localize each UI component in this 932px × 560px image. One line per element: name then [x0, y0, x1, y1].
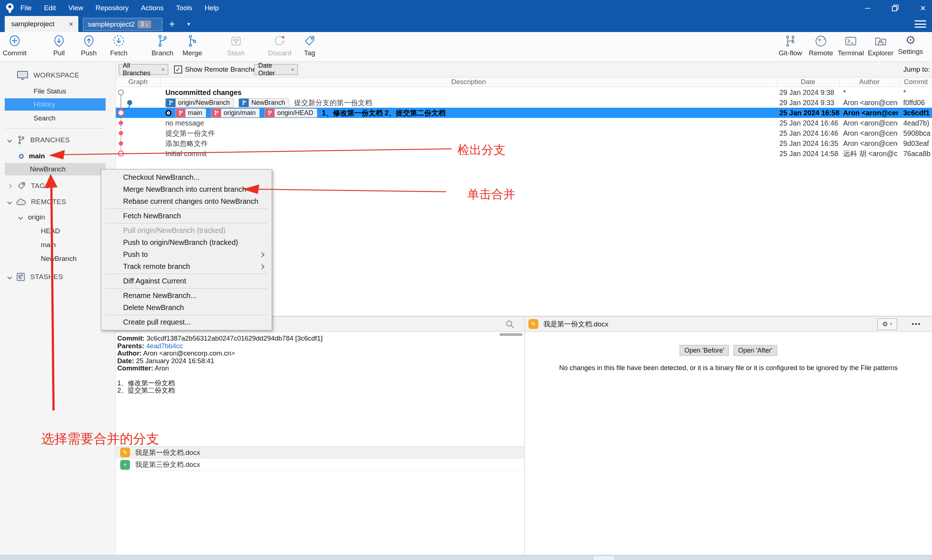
- menu-separator: [106, 315, 267, 315]
- close-button[interactable]: ×: [917, 3, 928, 14]
- tag-button[interactable]: Tag: [292, 34, 327, 60]
- merge-button[interactable]: Merge: [175, 34, 210, 60]
- menu-item-rebase[interactable]: Rebase current changes onto NewBranch: [102, 195, 271, 208]
- menu-item-track-remote[interactable]: Track remote branch: [102, 260, 271, 272]
- history-row-newbranch-tip[interactable]: origin/NewBranch NewBranch 提交新分支的第一份文档 2…: [116, 97, 932, 108]
- branch-filter-dropdown[interactable]: All Branches˅: [119, 64, 168, 75]
- more-options-button[interactable]: •••: [912, 318, 921, 330]
- pull-count-badge: 3 ↓: [138, 20, 151, 28]
- column-header-commit[interactable]: Commit: [900, 78, 932, 86]
- tab-label: sampleproject: [11, 20, 54, 28]
- history-row[interactable]: no message 25 Jan 2024 16:46 Aron <aron@…: [116, 118, 932, 128]
- ref-chip-origin-head[interactable]: origin/HEAD: [264, 108, 317, 117]
- git-flow-icon: [784, 34, 797, 48]
- sidebar-remote-head[interactable]: HEAD: [0, 226, 116, 237]
- hamburger-menu-icon[interactable]: [914, 19, 927, 29]
- parent-commit-link[interactable]: 4ead7bb4cc: [146, 342, 183, 350]
- sidebar: WORKSPACE File Status History Search BRA…: [0, 62, 116, 555]
- diff-file-title: 我是第一份文档.docx: [543, 320, 608, 329]
- sidebar-branch-main[interactable]: main: [0, 151, 116, 162]
- sidebar-item-file-status[interactable]: File Status: [0, 86, 116, 97]
- sidebar-remote-newbranch[interactable]: NewBranch: [0, 253, 116, 264]
- menu-edit[interactable]: Edit: [44, 4, 56, 12]
- sidebar-branch-newbranch[interactable]: NewBranch: [0, 164, 116, 175]
- menu-item-fetch[interactable]: Fetch NewBranch: [102, 210, 271, 222]
- file-list-item-modified[interactable]: ✎ 我是第一份文档.docx: [116, 446, 524, 458]
- explorer-folder-icon: [874, 34, 887, 48]
- column-header-author[interactable]: Author: [839, 78, 900, 86]
- sidebar-section-branches[interactable]: BRANCHES: [0, 135, 116, 146]
- submenu-chevron-icon: [259, 264, 264, 269]
- tab-sampleproject2[interactable]: sampleproject2 3 ↓: [83, 18, 162, 31]
- history-row[interactable]: 提交第一份文件 25 Jan 2024 16:46 Aron <aron@cen…: [116, 128, 932, 138]
- tab-sampleproject[interactable]: sampleproject ×: [5, 16, 78, 32]
- menu-file[interactable]: File: [20, 4, 32, 12]
- menu-view[interactable]: View: [68, 4, 83, 12]
- horizontal-scrollbar[interactable]: [500, 333, 522, 336]
- menu-tools[interactable]: Tools: [176, 4, 192, 12]
- menu-item-delete[interactable]: Delete NewBranch: [102, 302, 271, 314]
- sidebar-item-search[interactable]: Search: [0, 113, 116, 124]
- show-remote-checkbox[interactable]: ✓: [174, 66, 182, 74]
- open-before-button[interactable]: Open 'Before': [680, 345, 729, 356]
- diff-options-button[interactable]: ⚙ ˅: [877, 318, 897, 330]
- commit-details-pane: Commit: 3c6cdf1387a2b56312ab0247c01629dd…: [116, 317, 525, 555]
- restore-button[interactable]: [890, 3, 901, 14]
- jump-to-label: Jump to:: [903, 66, 930, 74]
- sidebar-section-stashes[interactable]: STASHES: [0, 271, 116, 282]
- chevron-down-icon: ˅: [890, 322, 892, 327]
- git-flow-button[interactable]: Git-flow: [773, 34, 808, 60]
- sort-order-dropdown[interactable]: Date Order˅: [254, 64, 298, 75]
- column-header-graph[interactable]: Graph: [116, 78, 160, 86]
- search-icon[interactable]: [506, 320, 514, 329]
- remote-globe-icon: [814, 34, 828, 48]
- sidebar-remote-origin[interactable]: origin: [0, 212, 116, 223]
- ref-chip-origin-main[interactable]: origin/main: [211, 108, 260, 117]
- diff-open-buttons: Open 'Before' Open 'After': [525, 345, 932, 356]
- chevron-down-icon: [7, 200, 12, 205]
- sidebar-item-history[interactable]: History: [0, 99, 116, 110]
- menu-item-create-pull-request[interactable]: Create pull request...: [102, 316, 271, 328]
- new-tab-button[interactable]: +: [166, 18, 178, 30]
- menu-item-rename[interactable]: Rename NewBranch...: [102, 290, 271, 302]
- ref-chip-newbranch[interactable]: NewBranch: [239, 98, 289, 107]
- menu-item-merge[interactable]: Merge NewBranch into current branch: [102, 183, 271, 195]
- commit-button[interactable]: Commit: [0, 34, 32, 60]
- sidebar-section-remotes[interactable]: REMOTES: [0, 197, 116, 208]
- annotation-select-branch: 选择需要合并的分支: [41, 430, 159, 448]
- file-list-item-added[interactable]: + 我是第三份文档.docx: [116, 459, 524, 471]
- history-row-selected-main[interactable]: main origin/main origin/HEAD 1、修改第一份文档 2…: [116, 108, 932, 118]
- history-row-uncommitted[interactable]: Uncommitted changes 29 Jan 2024 9:38 * *: [116, 87, 932, 97]
- stash-icon: [229, 34, 243, 48]
- sidebar-divider: [5, 128, 104, 128]
- menu-actions[interactable]: Actions: [141, 4, 164, 12]
- column-header-description[interactable]: Description: [160, 78, 777, 86]
- title-bar: File Edit View Repository Actions Tools …: [0, 0, 932, 16]
- column-header-date[interactable]: Date: [777, 78, 839, 86]
- sidebar-section-tags[interactable]: TAGS: [0, 180, 116, 191]
- fetch-button[interactable]: Fetch: [101, 34, 136, 60]
- status-bar: [0, 555, 932, 560]
- statusbar-handle[interactable]: [593, 555, 615, 560]
- menu-item-push-to[interactable]: Push to: [102, 249, 271, 260]
- menu-item-checkout[interactable]: Checkout NewBranch...: [102, 171, 271, 183]
- tab-list-dropdown[interactable]: ▾: [184, 18, 193, 30]
- history-row-initial-commit[interactable]: Initial commit 25 Jan 2024 14:58 远科 胡 <a…: [116, 148, 932, 158]
- menu-help[interactable]: Help: [205, 4, 219, 12]
- menu-bar: File Edit View Repository Actions Tools …: [20, 0, 219, 16]
- menu-item-diff-against-current[interactable]: Diff Against Current: [102, 275, 271, 287]
- open-after-button[interactable]: Open 'After': [733, 345, 777, 356]
- close-tab-icon[interactable]: ×: [69, 20, 73, 28]
- settings-button[interactable]: ⚙ Settings: [893, 34, 928, 60]
- minimize-button[interactable]: ─: [862, 3, 873, 14]
- sidebar-remote-main[interactable]: main: [0, 239, 116, 250]
- menu-item-push-tracked[interactable]: Push to origin/NewBranch (tracked): [102, 237, 271, 249]
- ref-chip-origin-newbranch[interactable]: origin/NewBranch: [165, 98, 234, 107]
- menu-repository[interactable]: Repository: [96, 4, 128, 12]
- stash-button[interactable]: Stash: [219, 34, 253, 60]
- sidebar-section-workspace: WORKSPACE: [0, 70, 116, 81]
- modified-file-icon: ✎: [120, 448, 130, 457]
- history-row[interactable]: 添加忽略文件 25 Jan 2024 16:35 Aron <aron@cenc…: [116, 138, 932, 148]
- ref-chip-main[interactable]: main: [175, 108, 206, 117]
- menu-separator: [106, 223, 267, 223]
